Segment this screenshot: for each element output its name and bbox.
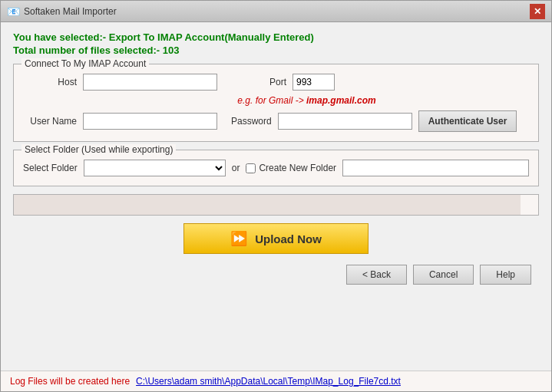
title-bar: 📧 Softaken Mail Importer ✕ [1, 1, 551, 22]
upload-button-label: Upload Now [255, 232, 322, 245]
window-title: Softaken Mail Importer [24, 6, 117, 17]
help-button[interactable]: Help [480, 265, 531, 285]
username-input[interactable] [83, 113, 217, 130]
progress-bar [14, 195, 521, 215]
back-button[interactable]: < Back [346, 265, 407, 285]
cancel-button[interactable]: Cancel [413, 265, 474, 285]
folder-group-title: Select Folder (Used while exporting) [21, 144, 176, 155]
progress-area [13, 194, 539, 216]
username-label: User Name [23, 116, 77, 127]
status-line1: You have selected:- Export To IMAP Accou… [13, 31, 539, 43]
create-folder-checkbox[interactable] [246, 163, 256, 173]
upload-now-button[interactable]: ⏩ Upload Now [183, 223, 369, 254]
authenticate-user-button[interactable]: Authenticate User [418, 110, 517, 132]
imap-group-title: Connect To My IMAP Account [21, 58, 149, 69]
or-label: or [232, 163, 240, 173]
password-input[interactable] [278, 113, 412, 130]
imap-form: Host Port e.g. for Gmail -> imap.gmail.c… [23, 74, 529, 132]
close-button[interactable]: ✕ [530, 4, 545, 19]
gmail-link: imap.gmail.com [306, 95, 376, 106]
gmail-hint-row: e.g. for Gmail -> imap.gmail.com [84, 95, 529, 106]
select-folder-label: Select Folder [23, 163, 78, 173]
gmail-hint-text: e.g. for Gmail -> [237, 95, 306, 106]
upload-icon: ⏩ [230, 230, 247, 247]
password-label: Password [231, 116, 272, 127]
log-path[interactable]: C:\Users\adam smith\AppData\Local\Temp\I… [136, 376, 401, 387]
port-input[interactable] [293, 74, 335, 91]
create-folder-label: Create New Folder [259, 163, 336, 173]
host-input[interactable] [83, 74, 217, 91]
app-icon: 📧 [7, 5, 19, 18]
create-folder-input[interactable] [342, 160, 529, 176]
log-label: Log Files will be created here [10, 376, 130, 387]
host-label: Host [23, 77, 77, 87]
folder-row: Select Folder or Create New Folder [23, 160, 529, 176]
nav-buttons: < Back Cancel Help [13, 265, 539, 285]
log-bar: Log Files will be created here C:\Users\… [1, 371, 551, 391]
folder-dropdown[interactable] [84, 160, 226, 176]
user-pass-row: User Name Password Authenticate User [23, 110, 529, 132]
imap-group: Connect To My IMAP Account Host Port e.g… [13, 64, 539, 142]
port-label: Port [269, 77, 286, 87]
title-bar-left: 📧 Softaken Mail Importer [7, 5, 117, 18]
content-area: You have selected:- Export To IMAP Accou… [1, 22, 551, 371]
folder-group: Select Folder (Used while exporting) Sel… [13, 150, 539, 186]
create-folder-check: Create New Folder [246, 163, 336, 173]
main-window: 📧 Softaken Mail Importer ✕ You have sele… [0, 0, 552, 392]
status-line2: Total number of files selected:- 103 [13, 44, 539, 56]
upload-section: ⏩ Upload Now [13, 223, 539, 254]
host-port-row: Host Port [23, 74, 529, 91]
